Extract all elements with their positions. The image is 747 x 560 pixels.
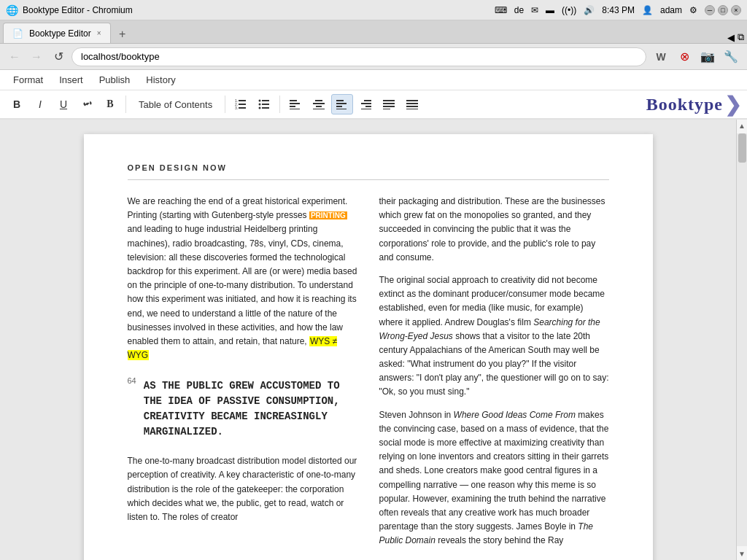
align-right-button[interactable] [355,94,376,114]
block-icon-button[interactable]: ⊗ [674,47,694,67]
scroll-track [737,133,747,546]
svg-rect-21 [336,103,347,104]
menu-history[interactable]: History [139,71,182,88]
svg-rect-7 [262,104,269,105]
tab-back-button[interactable]: ◀ [727,32,735,43]
email-icon: ✉ [531,5,538,15]
scroll-up-button[interactable]: ▲ [736,120,747,132]
volume-icon: 🔊 [584,5,595,15]
svg-rect-26 [365,106,371,107]
separator-1 [125,96,126,113]
window-controls: ─ □ × [705,5,741,15]
book-title-1: Where Good Ideas Come From [454,410,576,420]
wrench-icon-button[interactable]: 🔧 [721,47,741,67]
bold2-button[interactable]: B [99,94,121,114]
svg-rect-17 [313,103,325,104]
svg-rect-22 [336,106,342,107]
svg-rect-20 [336,100,344,101]
bold-button[interactable]: B [6,94,28,114]
left-p1: We are reaching the end of a great histo… [128,195,357,362]
svg-rect-27 [361,109,371,109]
svg-rect-18 [316,106,322,107]
svg-rect-2 [239,107,246,109]
content-columns: We are reaching the end of a great histo… [128,195,609,557]
user-icon: 👤 [642,5,653,15]
svg-rect-31 [383,109,390,109]
italic-button[interactable]: I [29,94,51,114]
left-p2: The one-to-many broadcast distribution m… [128,454,357,524]
align-left-button[interactable] [285,94,306,114]
maximize-button[interactable]: □ [718,5,728,15]
screenshot-icon-button[interactable]: 📷 [697,47,718,67]
tab-favicon: 📄 [12,28,23,39]
address-bar[interactable] [71,47,646,66]
tab-close-button[interactable]: × [97,29,101,37]
right-p3: Steven Johnson in Where Good Ideas Come … [379,408,609,548]
toc-button[interactable]: Table of Contents [131,96,220,114]
document-page: OPEN DESIGN NOW We are reaching the end … [84,134,653,560]
logo-text: Booktype [646,95,723,114]
reload-button[interactable]: ↺ [50,48,67,66]
underline-button[interactable]: U [53,94,74,114]
list-ordered-button[interactable]: 1. 2. 3. [230,94,252,114]
svg-text:3.: 3. [235,106,238,109]
tab-window-button[interactable]: ⧉ [738,31,744,43]
svg-rect-34 [406,106,418,107]
tab-label: Booktype Editor [29,28,91,39]
svg-rect-25 [361,103,371,104]
w-icon-button[interactable]: W [651,47,671,67]
scroll-down-button[interactable]: ▼ [736,548,747,560]
main-area: OPEN DESIGN NOW We are reaching the end … [0,120,747,560]
settings-icon: ⚙ [689,5,697,15]
separator-2 [225,96,225,113]
link-button[interactable] [76,94,98,114]
align-justify-button[interactable] [378,94,400,114]
back-button[interactable]: ← [6,48,23,66]
svg-rect-6 [262,100,269,101]
svg-point-9 [259,100,261,102]
pullquote: AS THE PUBLIC GREW ACCUSTOMED TO THE IDE… [144,371,357,447]
right-p1: their packaging and distribution. These … [379,195,609,265]
editor-container[interactable]: OPEN DESIGN NOW We are reaching the end … [0,120,736,560]
locale-label: de [514,5,524,15]
svg-rect-29 [383,103,395,104]
svg-rect-35 [406,109,418,109]
menu-insert[interactable]: Insert [52,71,90,88]
browser-favicon: 🌐 [6,4,18,16]
svg-rect-16 [315,100,322,101]
menu-publish[interactable]: Publish [92,71,138,88]
time-display: 8:43 PM [602,5,635,15]
separator-3 [279,96,280,113]
svg-rect-0 [239,100,246,101]
scroll-thumb[interactable] [738,133,746,163]
align-justify2-button[interactable] [401,94,423,114]
align-center-button[interactable] [308,94,330,114]
tab-bar: 📄 Booktype Editor × + ◀ ⧉ [0,20,747,44]
logo-arrow-icon: ❯ [724,93,741,117]
minimize-button[interactable]: ─ [705,5,715,15]
forward-button[interactable]: → [28,48,45,66]
svg-rect-32 [406,100,418,101]
nav-icons: W ⊗ 📷 🔧 [651,47,741,67]
svg-rect-24 [364,100,371,101]
right-p2: The original social approach to creativi… [379,273,609,400]
svg-rect-23 [336,109,347,109]
svg-rect-33 [406,103,418,104]
left-column: We are reaching the end of a great histo… [128,195,357,557]
svg-rect-28 [383,100,395,101]
align-left2-button[interactable] [331,94,353,114]
nav-bar: ← → ↺ W ⊗ 📷 🔧 [0,44,747,70]
battery-icon: ▬ [546,5,554,15]
toolbar: B I U B Table of Contents 1. 2. 3. [0,90,747,120]
right-column: their packaging and distribution. These … [379,195,609,557]
svg-rect-12 [290,100,297,101]
svg-rect-30 [383,106,395,107]
close-button[interactable]: × [731,5,741,15]
list-unordered-button[interactable] [253,94,275,114]
menu-format[interactable]: Format [6,71,50,88]
new-tab-button[interactable]: + [114,26,131,43]
scrollbar: ▲ ▼ [736,120,747,560]
svg-point-10 [259,104,261,106]
wifi-icon: ((•)) [562,5,576,15]
active-tab[interactable]: 📄 Booktype Editor × [3,23,111,43]
